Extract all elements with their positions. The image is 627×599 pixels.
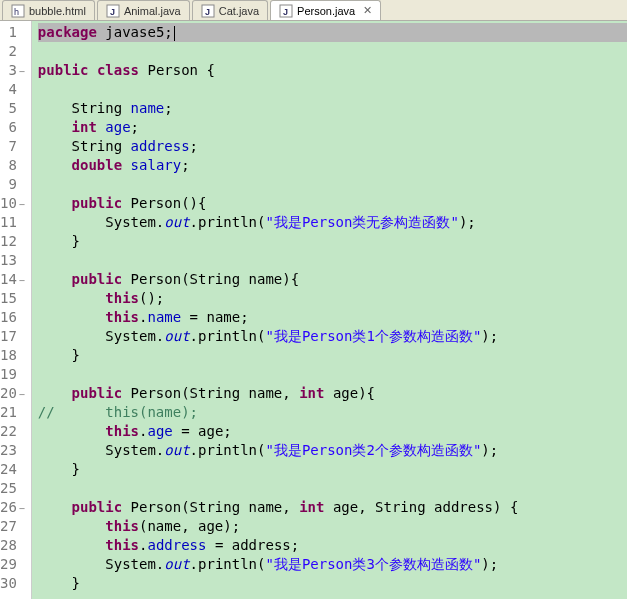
code-token: salary: [131, 157, 182, 173]
tab-label: bubble.html: [29, 5, 86, 17]
code-token: int: [72, 119, 97, 135]
tab-animal-java[interactable]: JAnimal.java: [97, 0, 190, 20]
code-token: String: [38, 100, 131, 116]
code-token: [38, 119, 72, 135]
code-token: javase5;: [97, 24, 173, 40]
code-token: ;: [190, 138, 198, 154]
code-token: Person(String name,: [122, 385, 299, 401]
code-line: String name;: [38, 99, 627, 118]
code-token: System.: [38, 556, 164, 572]
code-line: System.out.println("我是Person类无参构造函数");: [38, 213, 627, 232]
code-line: [38, 175, 627, 194]
fold-indicator[interactable]: −: [19, 385, 25, 404]
code-token: this: [105, 309, 139, 325]
code-token: package: [38, 24, 97, 40]
code-token: public: [72, 271, 123, 287]
line-number: 28: [0, 536, 27, 555]
tab-cat-java[interactable]: JCat.java: [192, 0, 268, 20]
code-token: public: [72, 499, 123, 515]
editor-tabs: hbubble.htmlJAnimal.javaJCat.javaJPerson…: [0, 0, 627, 21]
tab-label: Animal.java: [124, 5, 181, 17]
line-number: 19: [0, 365, 27, 384]
line-number: 7: [0, 137, 27, 156]
code-token: this: [105, 290, 139, 306]
code-token: public: [38, 62, 89, 78]
code-line: public class Person {: [38, 61, 627, 80]
svg-text:J: J: [283, 7, 288, 17]
code-line: System.out.println("我是Person类3个参数构造函数");: [38, 555, 627, 574]
line-number: 5: [0, 99, 27, 118]
code-line: public Person(String name, int age, Stri…: [38, 498, 627, 517]
code-token: (name, age);: [139, 518, 240, 534]
code-token: int: [299, 385, 324, 401]
tab-label: Cat.java: [219, 5, 259, 17]
line-number: 27: [0, 517, 27, 536]
code-token: }: [38, 233, 80, 249]
code-token: }: [38, 347, 80, 363]
code-token: [38, 271, 72, 287]
code-token: System.: [38, 442, 164, 458]
line-number: 21: [0, 403, 27, 422]
line-number: 3−: [0, 61, 27, 80]
code-token: int: [299, 499, 324, 515]
svg-text:J: J: [110, 7, 115, 17]
code-token: [38, 309, 105, 325]
java-file-icon: J: [106, 4, 120, 18]
code-line: }: [38, 460, 627, 479]
line-number: 22: [0, 422, 27, 441]
code-token: // this(name);: [38, 404, 198, 420]
code-token: .println(: [190, 556, 266, 572]
fold-indicator[interactable]: −: [19, 271, 25, 290]
code-token: [38, 537, 105, 553]
code-token: public: [72, 385, 123, 401]
code-token: );: [459, 214, 476, 230]
code-token: age){: [324, 385, 375, 401]
code-token: ;: [164, 100, 172, 116]
code-token: }: [38, 461, 80, 477]
code-line: }: [38, 574, 627, 593]
line-number: 25: [0, 479, 27, 498]
java-file-icon: J: [201, 4, 215, 18]
code-line: [38, 42, 627, 61]
code-token: = name;: [181, 309, 248, 325]
code-token: ();: [139, 290, 164, 306]
code-line: System.out.println("我是Person类2个参数构造函数");: [38, 441, 627, 460]
code-line: }: [38, 232, 627, 251]
code-token: [38, 195, 72, 211]
code-token: address: [131, 138, 190, 154]
tab-person-java[interactable]: JPerson.java✕: [270, 0, 381, 20]
code-line: }: [38, 346, 627, 365]
fold-indicator[interactable]: −: [19, 195, 25, 214]
editor-pane: 123−45678910−11121314−151617181920−21222…: [0, 21, 627, 599]
code-token: .println(: [190, 442, 266, 458]
code-token: [38, 518, 105, 534]
line-number: 12: [0, 232, 27, 251]
line-number: 24: [0, 460, 27, 479]
code-token: age: [147, 423, 172, 439]
code-token: [38, 290, 105, 306]
code-token: }: [38, 575, 80, 591]
line-number: 23: [0, 441, 27, 460]
code-line: public Person(){: [38, 194, 627, 213]
fold-indicator[interactable]: −: [19, 62, 25, 81]
code-token: out: [164, 442, 189, 458]
tab-bubble-html[interactable]: hbubble.html: [2, 0, 95, 20]
code-token: [38, 499, 72, 515]
code-token: = age;: [173, 423, 232, 439]
line-number: 9: [0, 175, 27, 194]
line-number: 18: [0, 346, 27, 365]
code-token: [38, 157, 72, 173]
line-number: 17: [0, 327, 27, 346]
code-token: name: [131, 100, 165, 116]
code-line: public Person(String name, int age){: [38, 384, 627, 403]
line-number: 14−: [0, 270, 27, 289]
code-token: ;: [131, 119, 139, 135]
code-token: this: [105, 423, 139, 439]
close-icon[interactable]: ✕: [363, 4, 372, 17]
line-number: 11: [0, 213, 27, 232]
code-area[interactable]: package javase5;public class Person { St…: [32, 21, 627, 599]
code-line: int age;: [38, 118, 627, 137]
code-token: name: [147, 309, 181, 325]
fold-indicator[interactable]: −: [19, 499, 25, 518]
code-token: [38, 423, 105, 439]
